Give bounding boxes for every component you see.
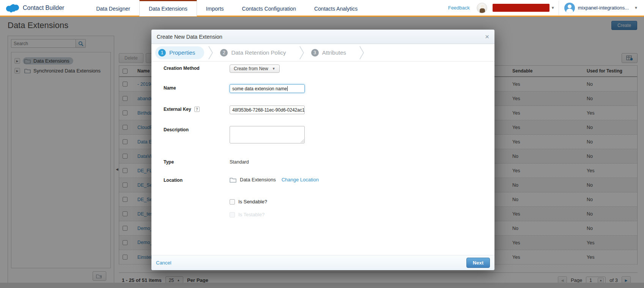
external-key-row: External Key ? 48f353b6-7268-11ec-90d6-0… (164, 105, 305, 114)
location-value: Data Extensions (240, 177, 276, 183)
external-key-input[interactable]: 48f353b6-7268-11ec-90d6-0242ac1200 (230, 105, 305, 114)
nav-tab[interactable]: Data Designer (87, 0, 139, 16)
modal-title: Create New Data Extension (157, 34, 222, 40)
wizard-step[interactable]: 1 Properties (155, 46, 204, 59)
is-sendable-label: Is Sendable? (238, 199, 267, 205)
help-icon[interactable]: ? (194, 107, 200, 112)
nav-tabs: Data DesignerData ExtensionsImportsConta… (87, 0, 367, 16)
resize-handle[interactable] (301, 139, 304, 143)
step-label: Attributes (322, 49, 346, 56)
feedback-link[interactable]: Feedback (448, 5, 470, 11)
nav-tab[interactable]: Data Extensions (139, 0, 197, 16)
wizard-steps: 1 Properties 2 Data Retention Policy 3 A… (151, 44, 494, 61)
nav-tab[interactable]: Contacts Analytics (305, 0, 367, 16)
wizard-step[interactable]: 3 Attributes (308, 46, 355, 59)
description-label: Description (164, 126, 230, 143)
nav-divider (559, 1, 559, 15)
nav-tab[interactable]: Contacts Configuration (233, 0, 305, 16)
redacted-business-unit[interactable] (493, 4, 550, 12)
description-row: Description (164, 126, 305, 143)
step-separator-chevron-icon (208, 46, 213, 60)
location-row: Location Data Extensions Change Location (164, 176, 319, 183)
is-testable-label: Is Testable? (238, 212, 265, 217)
app-title: Contact Builder (23, 5, 64, 11)
type-value: Standard (230, 158, 249, 165)
change-location-link[interactable]: Change Location (282, 177, 319, 183)
next-button[interactable]: Next (466, 258, 490, 268)
is-sendable-row: Is Sendable? (230, 199, 267, 205)
folder-icon (230, 177, 236, 183)
create-data-extension-modal: Create New Data Extension × 1 Properties… (151, 30, 494, 270)
step-number-badge: 1 (158, 49, 166, 57)
salesforce-cloud-logo-icon (6, 3, 19, 13)
step-label: Data Retention Policy (231, 49, 286, 56)
modal-footer: Cancel Next (151, 255, 494, 270)
type-row: Type Standard (164, 158, 249, 165)
account-chevron-down-icon[interactable]: ▼ (634, 6, 638, 10)
chevron-down-icon[interactable]: ▼ (551, 6, 555, 10)
modal-title-bar: Create New Data Extension × (151, 30, 494, 44)
step-number-badge: 3 (311, 49, 319, 57)
nav-tab[interactable]: Imports (197, 0, 233, 16)
cancel-link[interactable]: Cancel (156, 260, 171, 266)
name-row: Name some data extension name (164, 84, 305, 93)
step-label: Properties (169, 49, 195, 56)
description-textarea[interactable] (230, 126, 305, 143)
close-icon[interactable]: × (485, 33, 489, 40)
wizard-step[interactable]: 2 Data Retention Policy (217, 46, 295, 59)
step-number-badge: 2 (220, 49, 228, 57)
is-testable-checkbox (230, 212, 235, 217)
is-sendable-checkbox[interactable] (230, 199, 235, 205)
modal-body: Creation Method Create from New▼ Name so… (151, 61, 494, 255)
is-testable-row: Is Testable? (230, 212, 265, 217)
type-label: Type (164, 158, 230, 165)
top-nav: Contact Builder Data DesignerData Extens… (0, 0, 644, 17)
creation-method-row: Creation Method Create from New▼ (164, 65, 280, 73)
name-input[interactable]: some data extension name (230, 84, 305, 93)
step-separator-chevron-icon (299, 46, 304, 60)
step-separator-chevron-icon (359, 46, 364, 60)
creation-method-dropdown[interactable]: Create from New▼ (230, 65, 280, 73)
name-label: Name (164, 84, 230, 93)
account-name: mixpanel-integrations... (578, 5, 629, 11)
einstein-avatar[interactable] (477, 3, 487, 13)
user-avatar-icon[interactable] (564, 3, 575, 13)
external-key-label: External Key (164, 107, 191, 112)
creation-method-label: Creation Method (164, 65, 230, 73)
location-label: Location (164, 176, 230, 183)
text-cursor (287, 86, 288, 91)
